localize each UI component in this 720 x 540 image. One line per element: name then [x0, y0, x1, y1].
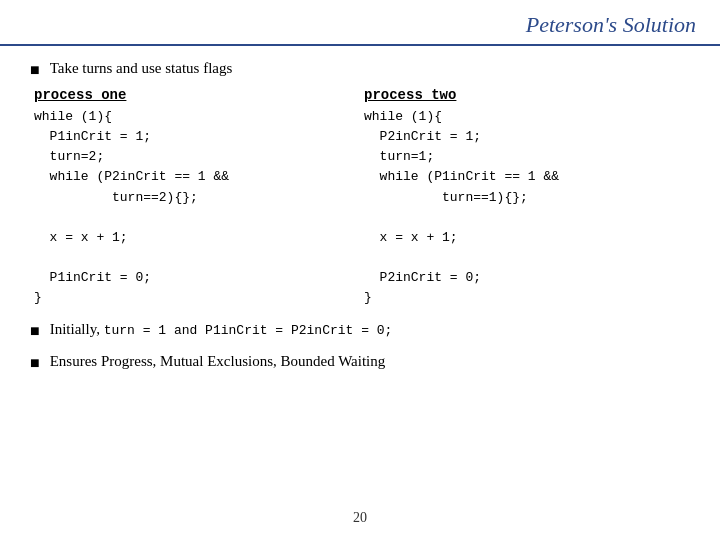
col-left: process one while (1){ P1inCrit = 1; tur… — [30, 87, 360, 308]
slide-header: Peterson's Solution — [0, 0, 720, 46]
intro-text: Take turns and use status flags — [50, 60, 233, 77]
slide: Peterson's Solution ■ Take turns and use… — [0, 0, 720, 540]
note2-line: ■ Ensures Progress, Mutual Exclusions, B… — [30, 350, 690, 375]
page-number: 20 — [353, 510, 367, 526]
note1-text: Initially, turn = 1 and P1inCrit = P2inC… — [50, 318, 393, 341]
note1-line: ■ Initially, turn = 1 and P1inCrit = P2i… — [30, 318, 690, 343]
bullet-icon-3: ■ — [30, 351, 40, 375]
slide-content: ■ Take turns and use status flags proces… — [0, 54, 720, 388]
col-right-code: while (1){ P2inCrit = 1; turn=1; while (… — [364, 107, 686, 308]
col-right: process two while (1){ P2inCrit = 1; tur… — [360, 87, 690, 308]
intro-bullet: ■ Take turns and use status flags — [30, 60, 690, 79]
col-left-code: while (1){ P1inCrit = 1; turn=2; while (… — [34, 107, 356, 308]
col-right-header: process two — [364, 87, 686, 103]
note2-text: Ensures Progress, Mutual Exclusions, Bou… — [50, 350, 386, 373]
col-left-header: process one — [34, 87, 356, 103]
slide-title: Peterson's Solution — [526, 12, 696, 38]
note1-prefix: Initially, — [50, 321, 104, 337]
bullet-icon-2: ■ — [30, 319, 40, 343]
notes-section: ■ Initially, turn = 1 and P1inCrit = P2i… — [30, 318, 690, 375]
bullet-icon: ■ — [30, 61, 40, 79]
code-columns: process one while (1){ P1inCrit = 1; tur… — [30, 87, 690, 308]
note1-code: turn = 1 and P1inCrit = P2inCrit = 0; — [104, 323, 393, 338]
